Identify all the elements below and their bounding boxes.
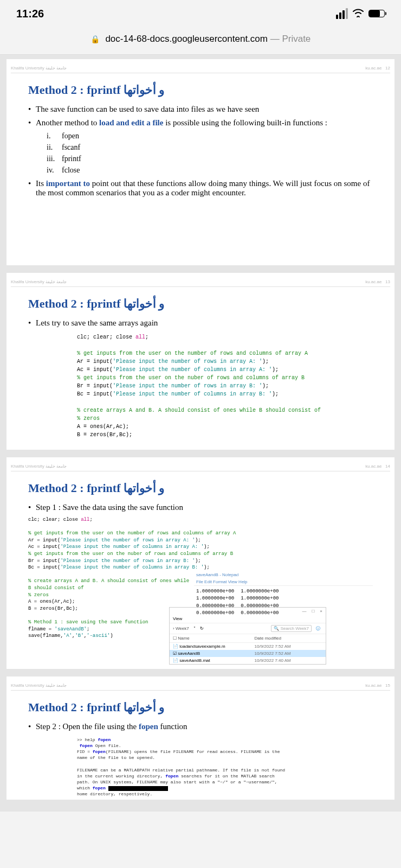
slide-header: Khalifa University جامعة خليفة ku.ac.ae … (11, 63, 390, 73)
status-bar: 11:26 (0, 0, 401, 27)
bullet-item: Step 2 : Open the file using the fopen f… (28, 722, 373, 731)
slide-header: Khalifa University جامعة خليفة ku.ac.ae … (11, 681, 390, 691)
slide-15: Khalifa University جامعة خليفة ku.ac.ae … (7, 676, 394, 800)
status-time: 11:26 (16, 8, 44, 20)
university-label: Khalifa University جامعة خليفة (11, 66, 67, 71)
slide-13: Khalifa University جامعة خليفة ku.ac.ae … (7, 273, 394, 450)
notepad-window: saveAandB - Notepad File Edit Format Vie… (194, 571, 373, 620)
bullet-item: Another method to load and edit a file i… (28, 118, 373, 175)
slide-title: Method 2 : fprintf و أخواتها (28, 700, 373, 714)
bullet-list: Step 1 : Save the data using the save fu… (28, 503, 373, 512)
bullet-item: The save function can be used to save da… (28, 105, 373, 114)
bullet-list: Lets try to save the same arrays again (28, 318, 373, 328)
battery-icon (368, 10, 385, 17)
slide-header: Khalifa University جامعة خليفة ku.ac.ae … (11, 277, 390, 287)
explorer-view-label: View (173, 616, 182, 621)
bullet-list: The save function can be used to save da… (28, 105, 373, 197)
code-block-continued: % create arrays A and B. A should consis… (28, 571, 190, 640)
wifi-icon (352, 8, 364, 20)
info-icon: ⓘ (316, 626, 320, 631)
status-icons (336, 8, 385, 20)
url-domain: doc-14-68-docs.googleusercontent.com (105, 34, 268, 44)
code-block: clc; clear; close all; % get inputs from… (77, 333, 373, 439)
notepad-menu: File Edit Format View Help (194, 578, 373, 586)
file-row: 📄 saveAandB.mat 10/9/2022 7:40 AM (170, 657, 326, 664)
bullet-item: Step 1 : Save the data using the save fu… (28, 503, 373, 512)
slide-title: Method 2 : fprintf و أخواتها (28, 481, 373, 495)
cellular-signal-icon (336, 8, 348, 19)
bullet-item: Its important to point out that these fu… (28, 179, 373, 197)
file-row: 📄 loadandsaveexample.m 10/9/2022 7:52 AM (170, 643, 326, 650)
notepad-content: 1.0000000e+001.0000000e+00 1.0000000e+00… (194, 586, 373, 620)
file-row: ☑ saveAandB 10/9/2022 7:52 AM (170, 650, 326, 657)
search-input: 🔍 Search Week7 (271, 625, 312, 632)
help-output: >> help fopen fopen Open file. FID = fop… (77, 737, 373, 797)
slide-header: Khalifa University جامعة خليفة ku.ac.ae … (11, 462, 390, 471)
slide-title: Method 2 : fprintf و أخواتها (28, 297, 373, 311)
browser-url-bar[interactable]: 🔒 doc-14-68-docs.googleusercontent.com —… (0, 27, 401, 55)
breadcrumb: › Week7 (173, 626, 189, 631)
bullet-item: Lets try to save the same arrays again (28, 318, 373, 328)
numbered-list: i.fopen ii.fscanf iii.fprintf iv.fclose (47, 132, 373, 175)
redacted-text (108, 786, 168, 791)
slide-title: Method 2 : fprintf و أخواتها (28, 83, 373, 97)
slide-14: Khalifa University جامعة خليفة ku.ac.ae … (7, 457, 394, 669)
url-private-label: — Private (268, 34, 311, 44)
document-viewport[interactable]: Khalifa University جامعة خليفة ku.ac.ae … (0, 55, 401, 812)
notepad-title: saveAandB - Notepad (194, 571, 373, 578)
bullet-list: Step 2 : Open the file using the fopen f… (28, 722, 373, 731)
slide-12: Khalifa University جامعة خليفة ku.ac.ae … (7, 59, 394, 265)
code-block: clc; clear; close all; % get inputs from… (28, 516, 373, 571)
lock-icon: 🔒 (90, 35, 100, 43)
